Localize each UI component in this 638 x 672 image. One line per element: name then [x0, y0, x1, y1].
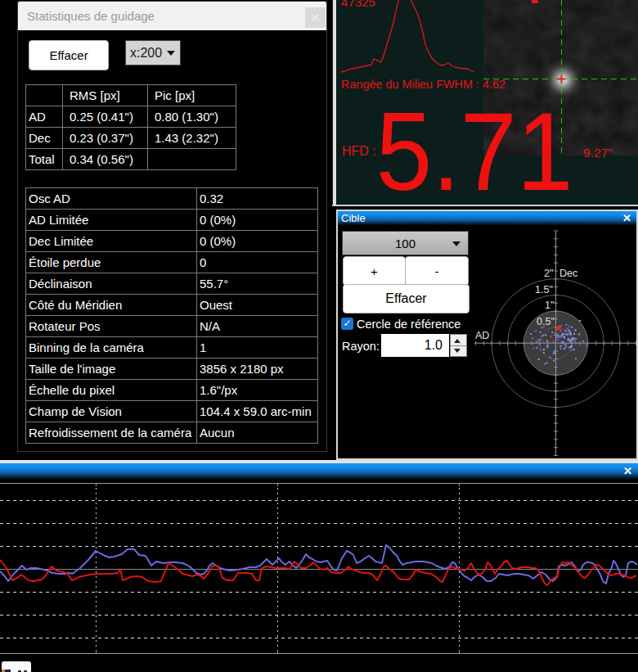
svg-text:1": 1" [545, 300, 554, 311]
svg-text:47325: 47325 [341, 0, 375, 9]
svg-text:Dec: Dec [559, 268, 577, 279]
svg-text:9.27": 9.27" [583, 146, 613, 160]
svg-text:5.71: 5.71 [376, 90, 573, 205]
svg-text:HFD :: HFD : [342, 144, 376, 158]
svg-text:Rangée du Milieu FWHM : 4.62: Rangée du Milieu FWHM : 4.62 [341, 77, 505, 91]
svg-text:AD: AD [475, 330, 489, 341]
svg-text:1.5": 1.5" [535, 284, 553, 295]
svg-text:0.5": 0.5" [537, 316, 555, 327]
svg-text:2": 2" [544, 268, 553, 279]
